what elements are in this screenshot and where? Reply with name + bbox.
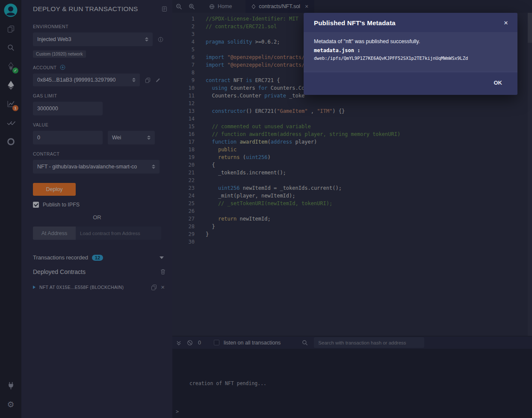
remix-ide-window: ✓ 1 ⚙ DEPLOY & RUN TRANSACTIONS [0, 0, 532, 418]
metadata-filename: metadata.json : [314, 47, 507, 53]
modal-title: Published NFT's Metadata [314, 19, 396, 26]
modal-message: Metadata of "nft" was published successf… [314, 38, 507, 44]
ipfs-url: dweb:/ipfs/QmYL9P1Z7KE6AQvKJPFF52SX1p2TE… [314, 56, 507, 61]
ok-button[interactable]: OK [491, 77, 505, 88]
modal-close-icon[interactable]: × [504, 19, 508, 26]
published-metadata-modal: Published NFT's Metadata × Metadata of "… [304, 13, 517, 95]
